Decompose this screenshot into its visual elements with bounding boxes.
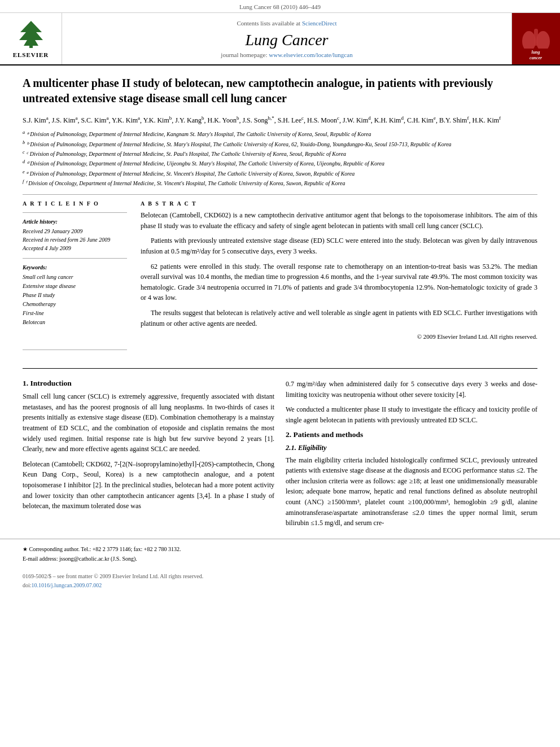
keyword-5: First-line [23, 309, 127, 318]
journal-center: Contents lists available at ScienceDirec… [62, 13, 512, 64]
article-info-panel: A R T I C L E I N F O Article history: R… [23, 200, 127, 356]
affiliation-d: d ᵈ Division of Pulmonology, Department … [23, 159, 537, 168]
svg-text:cancer: cancer [530, 55, 542, 60]
body-section: 1. Introduction Small cell lung cancer (… [0, 371, 560, 533]
svg-marker-1 [19, 21, 43, 46]
keyword-3: Phase II study [23, 291, 127, 300]
email-note: E-mail address: jssong@catholic.ac.kr (J… [23, 554, 537, 563]
elsevier-label: ELSEVIER [13, 51, 49, 58]
journal-homepage: journal homepage: www.elsevier.com/locat… [221, 51, 352, 58]
homepage-url[interactable]: www.elsevier.com/locate/lungcan [269, 51, 352, 58]
doi-link[interactable]: 10.1016/j.lungcan.2009.07.002 [32, 582, 102, 588]
info-divider1 [23, 212, 127, 213]
sciencedirect-line: Contents lists available at ScienceDirec… [237, 20, 336, 27]
header-divider [23, 194, 537, 195]
bottom-info: 0169-5002/$ – see front matter © 2009 El… [0, 569, 560, 593]
section1-heading: 1. Introduction [23, 379, 274, 388]
section2-sub: 2.1. Eligibility [286, 444, 537, 452]
authors-line: S.J. Kima, J.S. Kima, S.C. Kima, Y.K. Ki… [23, 114, 537, 126]
svg-point-4 [536, 31, 550, 51]
body-right-para-2: We conducted a multicenter phase II stud… [286, 404, 537, 425]
sciencedirect-link[interactable]: ScienceDirect [302, 20, 337, 27]
history-label: Article history: [23, 219, 127, 225]
body-right-para-1: 0.7 mg/m²/day when administered daily fo… [286, 379, 537, 400]
affiliation-a: a ᵃ Division of Pulmonology, Department … [23, 129, 537, 138]
svg-text:lung: lung [531, 50, 540, 55]
body-right-para-3: The main eligibility criteria included h… [286, 455, 537, 528]
abstract-copyright: © 2009 Elsevier Ireland Ltd. All rights … [141, 333, 537, 340]
abstract-para-4: The results suggest that belotecan is re… [141, 308, 537, 329]
abstract-panel: A B S T R A C T Belotecan (Camtobell, CK… [141, 200, 537, 356]
keywords-label: Keywords: [23, 264, 127, 270]
body-para-1: Small cell lung cancer (SCLC) is extreme… [23, 391, 274, 455]
doi-text: doi:10.1016/j.lungcan.2009.07.002 [23, 581, 537, 590]
keyword-6: Belotecan [23, 318, 127, 327]
keywords-section: Keywords: Small cell lung cancer Extensi… [23, 264, 127, 327]
affiliation-f: f ᶠ Division of Oncology, Department of … [23, 178, 537, 187]
footnotes: ★ Corresponding author. Tel.: +82 2 3779… [0, 539, 560, 569]
keyword-4: Chemotherapy [23, 300, 127, 309]
article-title: A multicenter phase II study of beloteca… [23, 76, 537, 106]
section2-heading: 2. Patients and methods [286, 430, 537, 439]
lung-cancer-logo-box: lung cancer [512, 13, 560, 64]
body-para-2: Belotecan (Camtobell; CKD602, 7-[2(N–iso… [23, 459, 274, 512]
received-date: Received 29 January 2009 [23, 227, 127, 235]
abstract-para-2: Patients with previously untreated exten… [141, 235, 537, 256]
svg-rect-5 [534, 29, 538, 46]
info-divider3 [23, 350, 127, 350]
affiliations: a ᵃ Division of Pulmonology, Department … [23, 129, 537, 187]
elsevier-logo: ELSEVIER [0, 13, 62, 64]
affiliation-b: b ᵇ Division of Pulmonology, Department … [23, 139, 537, 148]
keyword-1: Small cell lung cancer [23, 273, 127, 282]
journal-title: Lung Cancer [246, 31, 329, 49]
license-text: 0169-5002/$ – see front matter © 2009 El… [23, 572, 537, 581]
journal-citation: Lung Cancer 68 (2010) 446–449 [0, 0, 560, 13]
affiliation-c: c ᶜ Division of Pulmonology, Department … [23, 149, 537, 158]
body-col-right: 0.7 mg/m²/day when administered daily fo… [286, 379, 537, 533]
affiliation-e: e ᵉ Division of Pulmonology, Department … [23, 169, 537, 178]
revised-date: Received in revised form 26 June 2009 [23, 235, 127, 244]
accepted-date: Accepted 4 July 2009 [23, 244, 127, 252]
abstract-label: A B S T R A C T [141, 200, 537, 207]
article-header: A multicenter phase II study of beloteca… [0, 65, 560, 366]
article-info-label: A R T I C L E I N F O [23, 200, 127, 207]
main-divider [23, 368, 537, 369]
lung-cancer-image: lung cancer [518, 18, 554, 60]
elsevier-tree-icon [15, 20, 47, 49]
abstract-para-3: 62 patients were enrolled in this study.… [141, 261, 537, 303]
info-abstract-section: A R T I C L E I N F O Article history: R… [23, 200, 537, 356]
abstract-para-1: Belotecan (Camtobell, CKD602) is a new c… [141, 210, 537, 231]
keyword-2: Extensive stage disease [23, 282, 127, 291]
info-divider2 [23, 258, 127, 259]
journal-header: ELSEVIER Contents lists available at Sci… [0, 13, 560, 65]
svg-point-3 [522, 31, 536, 51]
abstract-text: Belotecan (Camtobell, CKD602) is a new c… [141, 210, 537, 329]
corresponding-note: ★ Corresponding author. Tel.: +82 2 3779… [23, 545, 537, 553]
body-col-left: 1. Introduction Small cell lung cancer (… [23, 379, 274, 533]
